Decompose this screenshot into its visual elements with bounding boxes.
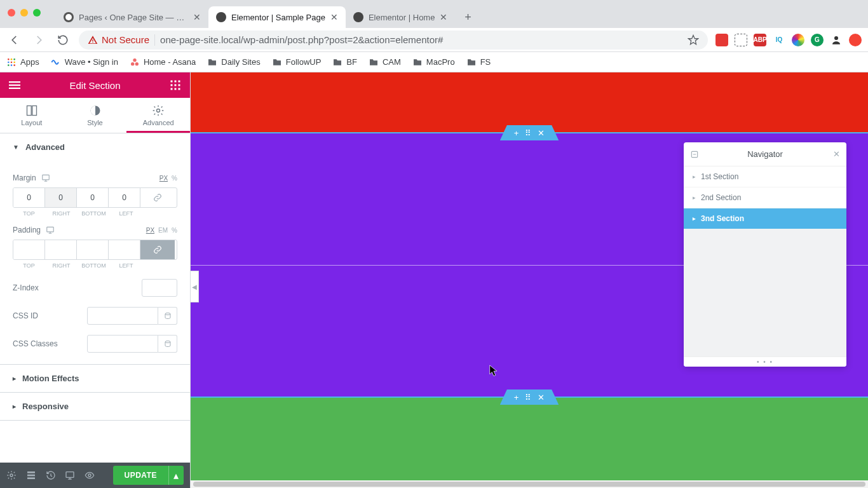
bookmark-folder[interactable]: FS [466, 57, 491, 67]
avatar-icon[interactable] [830, 34, 843, 46]
dynamic-button[interactable] [158, 307, 177, 325]
menu-button[interactable] [8, 78, 22, 92]
navigator-item[interactable]: ▸2nd Section [684, 187, 846, 208]
preview-button[interactable] [85, 469, 95, 482]
unit-percent[interactable]: % [172, 175, 177, 182]
editor-canvas[interactable]: + ⠿ ✕ + ⠿ ✕ ◀ Navigator ✕ ▸1st Section [191, 72, 868, 488]
padding-bottom-input[interactable] [77, 240, 109, 259]
extension-icon[interactable]: IQ [773, 34, 785, 46]
update-group: UPDATE ▴ [113, 466, 184, 485]
bookmark-folder[interactable]: CAM [369, 57, 401, 67]
bookmarks-bar: Apps Wave • Sign in Home - Asana Daily S… [0, 52, 868, 72]
bookmark-star-icon[interactable] [688, 34, 699, 46]
tab-style[interactable]: Style [64, 98, 127, 133]
navigator-panel[interactable]: Navigator ✕ ▸1st Section ▸2nd Section ▸3… [684, 142, 846, 367]
separator [154, 34, 155, 46]
horizontal-scrollbar[interactable] [191, 480, 868, 488]
responsive-icon[interactable] [46, 226, 55, 234]
drag-handle-icon[interactable]: ⠿ [525, 393, 531, 402]
accordion-header[interactable]: ▸ Responsive [0, 393, 190, 420]
extension-icon[interactable] [735, 34, 747, 46]
unit-em[interactable]: EM [158, 227, 168, 234]
window-close-button[interactable] [8, 9, 15, 17]
caret-down-icon: ▼ [13, 144, 19, 151]
svg-rect-26 [27, 106, 31, 116]
navigator-item[interactable]: ▸1st Section [684, 166, 846, 187]
padding-right-input[interactable] [45, 240, 77, 259]
update-button[interactable]: UPDATE [113, 466, 168, 485]
widgets-button[interactable] [168, 78, 182, 92]
responsive-icon[interactable] [41, 173, 50, 182]
add-section-icon[interactable]: + [514, 128, 519, 138]
bookmark-item[interactable]: Home - Asana [130, 57, 196, 67]
margin-top-input[interactable] [13, 188, 45, 207]
navigator-item-active[interactable]: ▸3nd Section [684, 208, 846, 229]
section-3[interactable] [191, 398, 868, 488]
bookmark-item[interactable]: Wave • Sign in [51, 57, 118, 67]
navigator-resize-handle[interactable]: • • • [684, 356, 846, 367]
browser-tab[interactable]: Pages ‹ One Page Site — Word ✕ [56, 6, 208, 28]
responsive-mode-button[interactable] [65, 469, 76, 482]
tab-close-icon[interactable]: ✕ [330, 13, 338, 22]
tab-title: Pages ‹ One Page Site — Word [79, 13, 188, 22]
svg-rect-22 [178, 85, 180, 86]
bookmark-folder[interactable]: FollowUP [272, 57, 322, 67]
cssclasses-input[interactable] [87, 335, 158, 353]
bookmark-folder[interactable]: MacPro [412, 57, 455, 67]
settings-button[interactable] [6, 469, 17, 482]
margin-bottom-input[interactable] [77, 188, 109, 207]
tab-close-icon[interactable]: ✕ [440, 13, 447, 22]
zindex-input[interactable] [142, 279, 177, 297]
window-minimize-button[interactable] [20, 9, 28, 17]
browser-tab-active[interactable]: Elementor | Sample Page ✕ [208, 6, 346, 28]
margin-right-input[interactable] [45, 188, 77, 207]
drag-handle-icon[interactable]: ⠿ [525, 128, 531, 138]
extension-icon[interactable]: G [811, 34, 824, 46]
new-tab-button[interactable]: + [459, 8, 477, 26]
tab-advanced[interactable]: Advanced [126, 98, 190, 133]
forward-button[interactable] [31, 32, 47, 48]
adblock-icon[interactable]: ABP [754, 34, 766, 46]
collapse-all-icon[interactable] [690, 150, 699, 159]
margin-left-input[interactable] [109, 188, 140, 207]
section-1[interactable] [191, 72, 868, 132]
panel-collapse-toggle[interactable]: ◀ [191, 271, 199, 302]
padding-top-input[interactable] [13, 240, 45, 259]
unit-percent[interactable]: % [172, 227, 177, 234]
svg-rect-20 [170, 85, 172, 86]
apps-button[interactable]: Apps [6, 57, 39, 67]
window-maximize-button[interactable] [33, 9, 41, 17]
extension-icon[interactable] [792, 34, 804, 46]
accordion-header[interactable]: ▼ Advanced [0, 133, 190, 161]
extension-icon[interactable] [849, 34, 862, 46]
tab-layout[interactable]: Layout [0, 98, 64, 133]
back-button[interactable] [6, 32, 23, 48]
close-icon[interactable]: ✕ [833, 149, 840, 159]
link-values-button[interactable] [140, 188, 175, 207]
padding-left-input[interactable] [109, 240, 140, 259]
security-indicator[interactable]: Not Secure [88, 34, 149, 45]
bookmark-folder[interactable]: Daily Sites [207, 57, 260, 67]
bookmark-folder[interactable]: BF [332, 57, 357, 67]
navigator-header[interactable]: Navigator ✕ [684, 142, 846, 166]
extension-icon[interactable] [715, 34, 728, 46]
browser-toolbar: Not Secure one-page-site.local/wp-admin/… [0, 28, 868, 52]
folder-icon [332, 57, 342, 67]
accordion-header[interactable]: ▸ Motion Effects [0, 365, 190, 392]
scrollbar-thumb[interactable] [193, 482, 865, 487]
reload-button[interactable] [55, 32, 71, 48]
address-bar[interactable]: Not Secure one-page-site.local/wp-admin/… [79, 30, 708, 50]
tab-close-icon[interactable]: ✕ [193, 13, 201, 22]
cssid-input[interactable] [87, 307, 158, 325]
update-options-button[interactable]: ▴ [168, 466, 184, 485]
add-section-icon[interactable]: + [514, 393, 519, 402]
link-values-button[interactable] [140, 240, 175, 259]
dynamic-button[interactable] [158, 335, 177, 353]
remove-section-icon[interactable]: ✕ [538, 393, 545, 402]
browser-tab[interactable]: Elementor | Home ✕ [346, 6, 456, 28]
navigator-button[interactable] [26, 469, 37, 482]
unit-px[interactable]: PX [146, 227, 154, 234]
remove-section-icon[interactable]: ✕ [538, 128, 545, 138]
history-button[interactable] [45, 469, 56, 482]
unit-px[interactable]: PX [159, 175, 168, 182]
